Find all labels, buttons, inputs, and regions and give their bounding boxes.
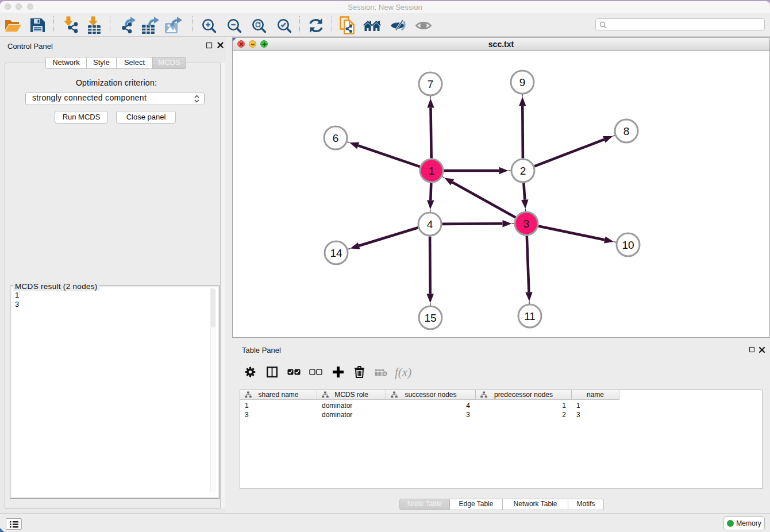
svg-text:2: 2: [520, 165, 526, 177]
svg-text:3: 3: [523, 218, 530, 230]
svg-text:1: 1: [429, 165, 435, 177]
svg-text:14: 14: [330, 247, 342, 259]
svg-text:15: 15: [424, 312, 436, 324]
svg-text:11: 11: [524, 310, 536, 322]
svg-text:6: 6: [333, 132, 339, 144]
svg-text:7: 7: [428, 78, 434, 90]
svg-text:10: 10: [622, 239, 634, 251]
svg-text:9: 9: [519, 76, 526, 88]
svg-text:4: 4: [427, 218, 433, 230]
svg-text:8: 8: [623, 125, 630, 137]
